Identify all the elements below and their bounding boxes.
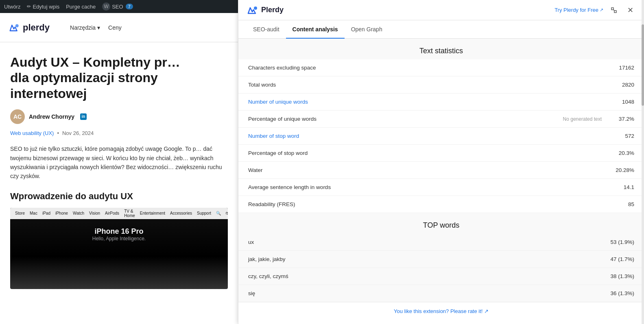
- stats-right-6: 20.3%: [610, 150, 634, 156]
- tab-open-graph[interactable]: Open Graph: [345, 20, 389, 38]
- plerdy-logo-icon: [8, 22, 20, 33]
- top-word-row-jak: jak, jakie, jakby 47 (1.7%): [238, 251, 644, 268]
- panel-content-scroll[interactable]: Text statistics Characters excluding spa…: [238, 39, 644, 324]
- panel-footer: You like this extension? Please rate it!…: [238, 302, 644, 320]
- rate-external-icon: ↗: [484, 308, 489, 314]
- try-free-text: Try Plerdy for Free: [554, 7, 598, 13]
- stats-right-5: 572: [610, 133, 634, 139]
- stats-right-3: 1048: [610, 99, 634, 105]
- pct-unique-label: Percentage of unique words: [248, 116, 317, 122]
- scrollbar[interactable]: [642, 39, 644, 324]
- top-word-ux-label: ux: [248, 239, 254, 245]
- unique-words-label[interactable]: Number of unique words: [248, 99, 308, 105]
- bag-icon: 🛍: [226, 211, 228, 215]
- stats-row-chars: Characters excluding space 17162: [238, 59, 644, 76]
- rate-extension-link[interactable]: You like this extension? Please rate it!…: [394, 308, 489, 314]
- meta-dot: •: [57, 130, 59, 136]
- top-word-row-ux: ux 53 (1.9%): [238, 234, 644, 251]
- stats-row-stop-word: Number of stop word 572: [238, 128, 644, 145]
- admin-create[interactable]: Utwórz: [4, 4, 20, 10]
- text-stats-section: Text statistics Characters excluding spa…: [238, 39, 644, 213]
- category-link[interactable]: Web usability (UX): [10, 130, 54, 136]
- readability-value: 85: [610, 201, 634, 207]
- stats-row-water: Water 20.28%: [238, 162, 644, 179]
- svg-rect-0: [8, 22, 20, 33]
- top-word-jak-label: jak, jakie, jakby: [248, 256, 286, 262]
- tab-seo-audit[interactable]: SEO-audit: [247, 20, 286, 38]
- page-image:  Store Mac iPad iPhone Watch Vision Air…: [10, 208, 228, 289]
- purge-label: Purge cache: [66, 4, 96, 10]
- top-word-czy-value: 38 (1.3%): [610, 273, 634, 279]
- total-words-label: Total words: [248, 82, 276, 88]
- panel-header: Plerdy Try Plerdy for Free ↗ ✕: [238, 0, 644, 20]
- edit-label: Edytuj wpis: [33, 4, 59, 10]
- panel-header-right: Try Plerdy for Free ↗ ✕: [554, 4, 636, 16]
- panel-logo-svg: [247, 4, 258, 16]
- stats-row-readability: Readability (FRES) 85: [238, 196, 644, 213]
- admin-purge[interactable]: Purge cache: [66, 4, 96, 10]
- svg-point-1: [15, 24, 19, 27]
- apple-nav:  Store Mac iPad iPhone Watch Vision Air…: [10, 208, 228, 219]
- chars-value: 17162: [610, 65, 634, 71]
- nav-narzedzia[interactable]: Narzędzia ▾: [70, 24, 100, 31]
- readability-label: Readability (FRES): [248, 201, 295, 207]
- admin-edit[interactable]: ✏ Edytuj wpis: [27, 4, 59, 10]
- stats-row-total-words: Total words 2820: [238, 76, 644, 94]
- top-word-row-sie: się 36 (1.3%): [238, 285, 644, 302]
- water-label: Water: [248, 167, 263, 173]
- top-word-sie-label: się: [248, 290, 255, 296]
- stats-right-7: 20.28%: [610, 167, 634, 173]
- search-icon: 🔍: [216, 211, 221, 215]
- panel-tabs: SEO-audit Content analysis Open Graph: [238, 20, 644, 39]
- author-row: AC Andrew Chornyy in: [10, 109, 228, 124]
- stats-row-avg-sentence: Average sentence length in words 14.1: [238, 179, 644, 196]
- top-word-ux-value: 53 (1.9%): [610, 239, 634, 245]
- water-value: 20.28%: [610, 167, 634, 173]
- page-content: Audyt UX – Kompletny pr…dla optymalizacj…: [0, 42, 238, 301]
- pct-stop-value: 20.3%: [610, 150, 634, 156]
- stop-word-value: 572: [610, 133, 634, 139]
- nav-links: Narzędzia ▾ Ceny: [70, 24, 122, 31]
- pencil-icon: ✏: [27, 4, 31, 9]
- plerdy-logo[interactable]: plerdy: [8, 22, 50, 33]
- resize-button[interactable]: [608, 4, 620, 16]
- stats-right: 17162: [610, 65, 634, 71]
- panel-logo-text: Plerdy: [261, 6, 284, 14]
- stats-right-2: 2820: [610, 82, 634, 88]
- linkedin-icon[interactable]: in: [80, 113, 87, 120]
- stop-word-label[interactable]: Number of stop word: [248, 133, 299, 139]
- iphone-product-subtitle: Hello, Apple Intelligence.: [92, 236, 146, 241]
- chars-label: Characters excluding space: [248, 65, 316, 71]
- admin-seo[interactable]: W SEO 7: [102, 2, 133, 11]
- stats-right-8: 14.1: [610, 184, 634, 190]
- admin-bar: Utwórz ✏ Edytuj wpis Purge cache W SEO 7: [0, 0, 238, 13]
- stats-row-pct-unique: Percentage of unique words No generated …: [238, 111, 644, 128]
- total-words-value: 2820: [610, 82, 634, 88]
- top-word-jak-value: 47 (1.7%): [610, 256, 634, 262]
- panel-main: Text statistics Characters excluding spa…: [238, 39, 644, 324]
- tab-content-analysis[interactable]: Content analysis: [286, 20, 345, 38]
- publish-date: Nov 26, 2024: [62, 130, 94, 136]
- pct-unique-note: No generated text: [563, 116, 602, 122]
- nav-ceny[interactable]: Ceny: [108, 24, 122, 31]
- unique-words-value: 1048: [610, 99, 634, 105]
- stats-row-unique-words: Number of unique words 1048: [238, 94, 644, 111]
- intro-text: SEO to już nie tylko sztuczki, które pom…: [10, 144, 228, 181]
- avg-sentence-label: Average sentence length in words: [248, 184, 331, 190]
- scrollbar-thumb[interactable]: [642, 39, 644, 106]
- pct-stop-label: Percentage of stop word: [248, 150, 308, 156]
- rate-text: You like this extension? Please rate it!: [394, 308, 483, 314]
- author-name: Andrew Chornyy: [29, 113, 74, 120]
- create-label: Utwórz: [4, 4, 20, 10]
- avatar: AC: [10, 109, 25, 124]
- iphone-product-title: iPhone 16 Pro: [94, 227, 143, 236]
- blog-page: Utwórz ✏ Edytuj wpis Purge cache W SEO 7…: [0, 0, 238, 324]
- pct-unique-value: 37.2%: [610, 116, 634, 122]
- stats-row-pct-stop: Percentage of stop word 20.3%: [238, 145, 644, 162]
- close-button[interactable]: ✕: [624, 4, 636, 16]
- try-free-link[interactable]: Try Plerdy for Free ↗: [554, 7, 603, 13]
- svg-line-5: [613, 10, 614, 11]
- top-words-section: TOP words ux 53 (1.9%) jak, jakie, jakby…: [238, 213, 644, 302]
- meta-info: Web usability (UX) • Nov 26, 2024: [10, 130, 228, 136]
- text-stats-title: Text statistics: [238, 39, 644, 59]
